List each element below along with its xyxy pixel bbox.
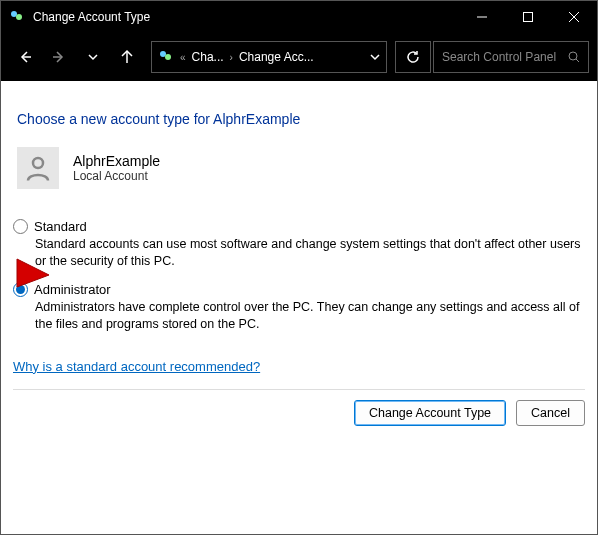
user-name: AlphrExample xyxy=(73,153,160,169)
change-account-type-button[interactable]: Change Account Type xyxy=(354,400,506,426)
divider xyxy=(13,389,585,390)
maximize-button[interactable] xyxy=(505,1,551,33)
standard-description: Standard accounts can use most software … xyxy=(35,236,585,270)
search-icon xyxy=(568,51,580,63)
user-row: AlphrExample Local Account xyxy=(17,147,585,189)
titlebar: Change Account Type xyxy=(1,1,597,33)
app-icon xyxy=(9,9,25,25)
administrator-radio[interactable] xyxy=(13,282,28,297)
svg-line-12 xyxy=(576,59,579,62)
close-button[interactable] xyxy=(551,1,597,33)
minimize-button[interactable] xyxy=(459,1,505,33)
administrator-label-text: Administrator xyxy=(34,282,111,297)
account-type-options: Standard Standard accounts can use most … xyxy=(13,219,585,333)
page-heading: Choose a new account type for AlphrExamp… xyxy=(17,111,585,127)
user-account-type: Local Account xyxy=(73,169,160,183)
standard-label-text: Standard xyxy=(34,219,87,234)
recent-dropdown-button[interactable] xyxy=(77,41,109,73)
standard-radio-label[interactable]: Standard xyxy=(13,219,585,234)
content-area: Choose a new account type for AlphrExamp… xyxy=(1,81,597,390)
administrator-description: Administrators have complete control ove… xyxy=(35,299,585,333)
forward-button[interactable] xyxy=(43,41,75,73)
avatar xyxy=(17,147,59,189)
svg-point-11 xyxy=(569,52,577,60)
breadcrumb-2[interactable]: Change Acc... xyxy=(239,50,314,64)
help-link[interactable]: Why is a standard account recommended? xyxy=(13,359,260,374)
address-bar[interactable]: « Cha... › Change Acc... xyxy=(151,41,387,73)
back-button[interactable] xyxy=(9,41,41,73)
person-icon xyxy=(23,153,53,183)
search-placeholder: Search Control Panel xyxy=(442,50,568,64)
users-icon xyxy=(158,49,174,65)
svg-point-10 xyxy=(165,54,171,60)
option-standard: Standard Standard accounts can use most … xyxy=(13,219,585,270)
option-administrator: Administrator Administrators have comple… xyxy=(13,282,585,333)
breadcrumb-pre: « xyxy=(180,52,186,63)
svg-point-9 xyxy=(160,51,166,57)
navbar: « Cha... › Change Acc... Search Control … xyxy=(1,33,597,81)
chevron-right-icon: › xyxy=(230,52,233,63)
user-info: AlphrExample Local Account xyxy=(73,153,160,183)
up-button[interactable] xyxy=(111,41,143,73)
administrator-radio-label[interactable]: Administrator xyxy=(13,282,585,297)
cancel-button[interactable]: Cancel xyxy=(516,400,585,426)
refresh-button[interactable] xyxy=(395,41,431,73)
svg-rect-3 xyxy=(524,13,533,22)
svg-point-0 xyxy=(11,11,17,17)
chevron-down-icon[interactable] xyxy=(370,52,380,62)
search-input[interactable]: Search Control Panel xyxy=(433,41,589,73)
standard-radio[interactable] xyxy=(13,219,28,234)
window-title: Change Account Type xyxy=(33,10,459,24)
svg-point-13 xyxy=(33,158,43,168)
button-row: Change Account Type Cancel xyxy=(1,400,597,438)
breadcrumb-1[interactable]: Cha... xyxy=(192,50,224,64)
svg-point-1 xyxy=(16,14,22,20)
